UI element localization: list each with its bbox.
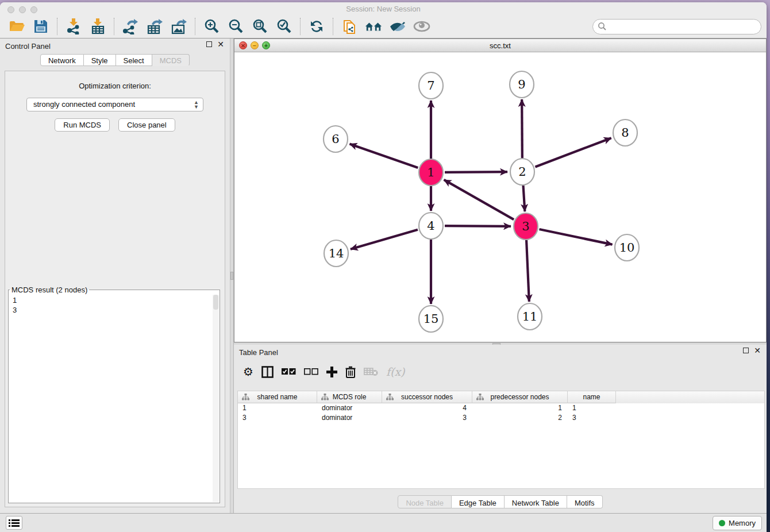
edge-1-6[interactable] xyxy=(350,144,418,168)
tab-node-table[interactable]: Node Table xyxy=(398,495,452,508)
node-label: 11 xyxy=(522,310,538,323)
panel-splitter[interactable] xyxy=(230,38,234,513)
node-9[interactable]: 9 xyxy=(510,71,534,98)
column-header-successor-nodes[interactable]: successor nodes xyxy=(382,391,472,403)
mcds-tab-panel: Optimization criterion: strongly connect… xyxy=(5,71,225,507)
node-4[interactable]: 4 xyxy=(419,213,443,239)
edge-2-8[interactable] xyxy=(535,138,611,167)
criterion-value: strongly connected component xyxy=(33,100,135,109)
application-window: Session: New Session xyxy=(0,2,767,532)
criterion-select[interactable]: strongly connected component ▲▼ xyxy=(26,98,203,111)
tab-style[interactable]: Style xyxy=(84,54,116,66)
cell-successor-nodes: 3 xyxy=(382,413,472,423)
select-all-icon[interactable] xyxy=(282,364,296,379)
toolbar-separator xyxy=(333,18,333,35)
edge-2-3[interactable] xyxy=(523,186,525,211)
node-15[interactable]: 15 xyxy=(419,306,443,332)
export-image-icon[interactable] xyxy=(170,18,187,35)
node-1[interactable]: 1 xyxy=(419,159,443,186)
column-header-MCDS-role[interactable]: MCDS role xyxy=(317,391,382,403)
column-header-name[interactable]: name xyxy=(568,391,616,403)
edge-3-10[interactable] xyxy=(539,229,612,245)
delete-table-icon-disabled xyxy=(364,364,378,379)
table-tabs: Node TableEdge TableNetwork TableMotifs xyxy=(234,495,767,508)
mcds-result-text[interactable]: 1 3 xyxy=(9,294,213,503)
node-label: 3 xyxy=(522,219,529,233)
node-6[interactable]: 6 xyxy=(324,126,348,152)
node-8[interactable]: 8 xyxy=(613,119,637,146)
export-table-icon[interactable] xyxy=(146,18,163,35)
clone-network-icon[interactable] xyxy=(341,18,358,35)
network-window-title: scc.txt xyxy=(234,41,766,50)
memory-status-icon xyxy=(719,520,725,526)
node-label: 6 xyxy=(332,132,339,146)
edge-3-1[interactable] xyxy=(444,180,514,219)
main-toolbar xyxy=(0,15,767,38)
node-table[interactable]: shared nameMCDS rolesuccessor nodesprede… xyxy=(237,391,765,489)
node-11[interactable]: 11 xyxy=(518,303,542,330)
node-14[interactable]: 14 xyxy=(324,240,348,267)
open-session-icon[interactable] xyxy=(8,18,25,35)
node-label: 14 xyxy=(329,246,344,260)
zoom-out-icon[interactable] xyxy=(227,18,244,35)
tab-edge-table[interactable]: Edge Table xyxy=(452,495,505,508)
select-chevrons-icon: ▲▼ xyxy=(194,100,199,109)
control-panel-float-button[interactable] xyxy=(206,41,212,47)
zoom-fit-icon[interactable] xyxy=(251,18,268,35)
add-column-icon[interactable] xyxy=(326,364,337,379)
task-history-button[interactable] xyxy=(6,516,22,530)
column-header-shared-name[interactable]: shared name xyxy=(238,391,317,403)
table-toolbar: ⚙ xyxy=(237,360,765,384)
search-input[interactable] xyxy=(592,19,761,34)
node-10[interactable]: 10 xyxy=(615,234,639,261)
node-7[interactable]: 7 xyxy=(419,72,443,99)
import-network-icon[interactable] xyxy=(65,18,82,35)
cell-name: 1 xyxy=(568,403,616,413)
cell-successor-nodes: 4 xyxy=(382,403,472,413)
titlebar: Session: New Session xyxy=(0,2,767,15)
show-all-icon[interactable] xyxy=(413,18,430,35)
tab-motifs[interactable]: Motifs xyxy=(567,495,603,508)
result-scrollbar[interactable] xyxy=(213,295,219,502)
deselect-all-icon[interactable] xyxy=(304,364,318,379)
edge-3-11[interactable] xyxy=(526,240,529,302)
table-settings-gear-icon[interactable]: ⚙ xyxy=(243,364,253,379)
node-label: 7 xyxy=(427,79,434,92)
edge-4-14[interactable] xyxy=(351,230,418,249)
network-window: ✕ − + scc.txt 7968124314101511 xyxy=(234,38,767,342)
hide-selected-icon[interactable] xyxy=(389,18,406,35)
node-3[interactable]: 3 xyxy=(514,213,538,240)
zoom-selected-icon[interactable] xyxy=(275,18,292,35)
tab-network[interactable]: Network xyxy=(40,54,84,66)
memory-button[interactable]: Memory xyxy=(713,516,762,530)
run-mcds-button[interactable]: Run MCDS xyxy=(55,118,110,132)
home-layout-icon[interactable] xyxy=(365,18,382,35)
table-panel-float-button[interactable] xyxy=(743,348,749,353)
right-column: ✕ − + scc.txt 7968124314101511 Table Pan… xyxy=(234,38,767,513)
show-columns-icon[interactable] xyxy=(261,364,274,379)
edge-1-2[interactable] xyxy=(445,172,507,172)
edge-2-9[interactable] xyxy=(522,99,522,158)
toolbar-separator xyxy=(114,18,114,35)
table-row[interactable]: 3dominator323 xyxy=(238,413,764,423)
edge-4-3[interactable] xyxy=(445,226,511,226)
column-header-predecessor-nodes[interactable]: predecessor nodes xyxy=(472,391,568,403)
node-2[interactable]: 2 xyxy=(510,159,534,185)
import-table-icon[interactable] xyxy=(89,18,106,35)
save-session-icon[interactable] xyxy=(32,18,49,35)
close-panel-button[interactable]: Close panel xyxy=(118,118,175,132)
export-network-icon[interactable] xyxy=(122,18,139,35)
table-panel-close-icon[interactable]: ✕ xyxy=(754,348,761,353)
main-area: Control Panel ✕ NetworkStyleSelectMCDS O… xyxy=(0,38,767,513)
refresh-icon[interactable] xyxy=(308,18,325,35)
tab-select[interactable]: Select xyxy=(116,54,152,66)
control-panel-close-icon[interactable]: ✕ xyxy=(217,41,224,47)
tab-mcds[interactable]: MCDS xyxy=(152,54,190,66)
table-row[interactable]: 1dominator411 xyxy=(238,403,764,413)
delete-column-trash-icon[interactable] xyxy=(345,364,356,379)
node-label: 8 xyxy=(621,126,629,140)
tab-network-table[interactable]: Network Table xyxy=(505,495,567,508)
zoom-in-icon[interactable] xyxy=(203,18,220,35)
network-canvas[interactable]: 7968124314101511 xyxy=(234,52,766,342)
network-window-titlebar[interactable]: ✕ − + scc.txt xyxy=(234,39,766,52)
